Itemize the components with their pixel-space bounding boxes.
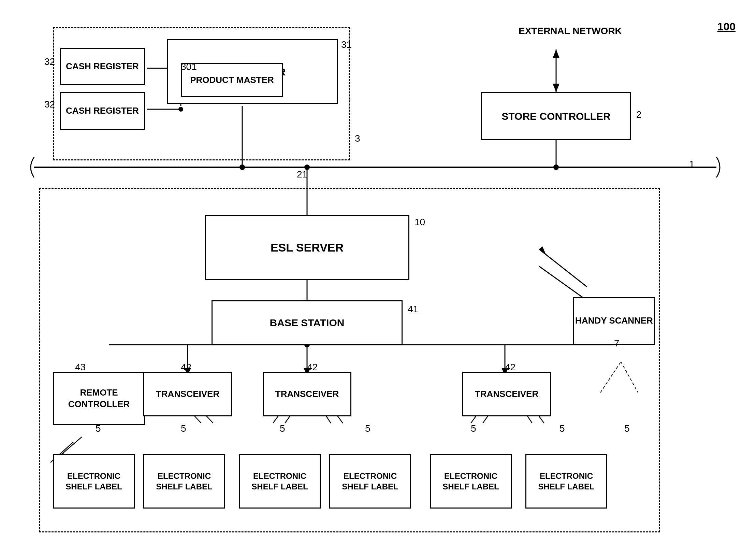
product-master-label: PRODUCT MASTER — [190, 74, 274, 86]
esl-3-box: ELECTRONIC SHELF LABEL — [239, 454, 321, 509]
ref-42b: 42 — [307, 362, 318, 373]
esl-4-label: ELECTRONIC SHELF LABEL — [330, 471, 410, 492]
ref-42c: 42 — [505, 362, 515, 373]
esl-5-label: ELECTRONIC SHELF LABEL — [431, 471, 511, 492]
remote-controller-label: REMOTE CONTROLLER — [54, 387, 144, 410]
transceiver-3-label: TRANSCEIVER — [475, 388, 538, 400]
esl-6-box: ELECTRONIC SHELF LABEL — [525, 454, 607, 509]
ref-2: 2 — [636, 109, 642, 120]
esl-1-box: ELECTRONIC SHELF LABEL — [53, 454, 135, 509]
external-network-label: EXTERNAL NETWORK — [519, 26, 622, 37]
ref-3: 3 — [355, 133, 360, 144]
cash-register-1-box: CASH REGISTER — [60, 48, 145, 85]
transceiver-3-box: TRANSCEIVER — [462, 372, 551, 416]
ref-5g: 5 — [624, 423, 630, 434]
diagram: POS SERVER PRODUCT MASTER CASH REGISTER … — [0, 0, 756, 557]
ref-32b: 32 — [44, 99, 55, 110]
ref-301: 301 — [181, 61, 197, 72]
esl-1-label: ELECTRONIC SHELF LABEL — [54, 471, 134, 492]
ref-31: 31 — [341, 39, 352, 50]
transceiver-2-box: TRANSCEIVER — [263, 372, 351, 416]
ref-5e: 5 — [471, 423, 476, 434]
svg-point-2 — [239, 165, 245, 170]
cash-register-1-label: CASH REGISTER — [66, 61, 139, 72]
base-station-box: BASE STATION — [212, 300, 403, 345]
transceiver-1-label: TRANSCEIVER — [156, 388, 219, 400]
store-controller-label: STORE CONTROLLER — [501, 110, 610, 123]
svg-point-4 — [553, 165, 559, 170]
handy-scanner-label: HANDY SCANNER — [575, 315, 653, 327]
esl-server-box: ESL SERVER — [205, 215, 409, 280]
ref-5d: 5 — [365, 423, 370, 434]
ref-5b: 5 — [181, 423, 186, 434]
svg-marker-6 — [553, 84, 559, 92]
ref-5c: 5 — [280, 423, 285, 434]
esl-2-label: ELECTRONIC SHELF LABEL — [144, 471, 224, 492]
transceiver-2-label: TRANSCEIVER — [275, 388, 339, 400]
esl-2-box: ELECTRONIC SHELF LABEL — [143, 454, 225, 509]
ref-5a: 5 — [96, 423, 101, 434]
remote-controller-box: REMOTE CONTROLLER — [53, 372, 145, 425]
ref-1: 1 — [689, 159, 695, 170]
esl-3-label: ELECTRONIC SHELF LABEL — [240, 471, 320, 492]
svg-marker-7 — [553, 49, 559, 58]
ref-42a: 42 — [181, 362, 191, 373]
ref-100: 100 — [717, 20, 736, 33]
ref-21: 21 — [297, 169, 307, 180]
ref-41: 41 — [408, 304, 418, 315]
handy-scanner-box: HANDY SCANNER — [573, 297, 655, 345]
ref-5f: 5 — [559, 423, 565, 434]
esl-6-label: ELECTRONIC SHELF LABEL — [526, 471, 606, 492]
cash-register-2-box: CASH REGISTER — [60, 92, 145, 130]
ref-10: 10 — [415, 217, 425, 228]
base-station-label: BASE STATION — [270, 316, 345, 329]
ref-32a: 32 — [44, 56, 55, 67]
esl-5-box: ELECTRONIC SHELF LABEL — [430, 454, 512, 509]
ref-7: 7 — [614, 338, 620, 349]
transceiver-1-box: TRANSCEIVER — [143, 372, 232, 416]
esl-server-label: ESL SERVER — [271, 240, 344, 255]
cash-register-2-label: CASH REGISTER — [66, 105, 139, 117]
ref-43: 43 — [75, 362, 86, 373]
store-controller-box: STORE CONTROLLER — [481, 92, 631, 140]
esl-4-box: ELECTRONIC SHELF LABEL — [329, 454, 411, 509]
